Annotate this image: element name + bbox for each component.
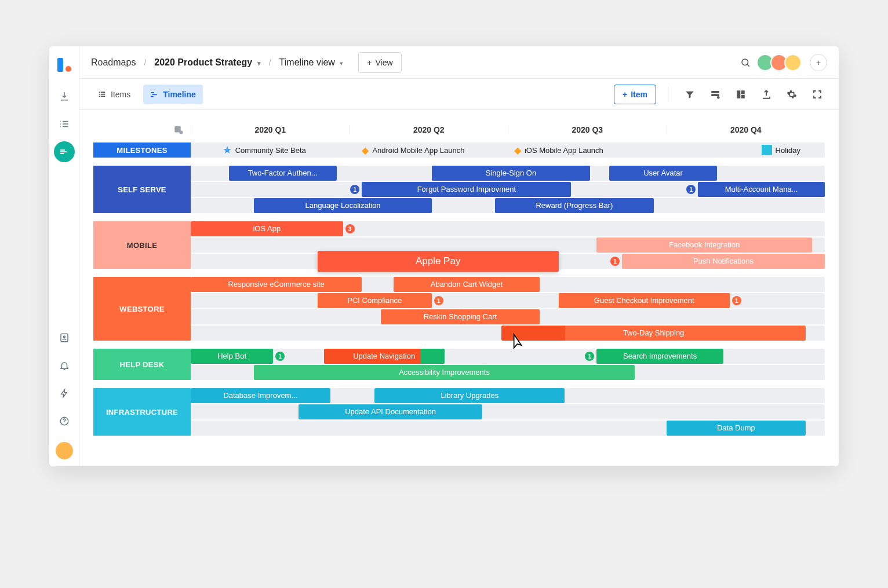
list-icon	[98, 90, 106, 98]
timeline-bar[interactable]: Responsive eCommerce site	[191, 277, 362, 292]
bolt-icon[interactable]	[54, 383, 75, 404]
timeline-bar[interactable]: Abandon Cart Widget	[394, 277, 540, 292]
timeline-bar[interactable]: Apple Pay	[318, 251, 559, 272]
list-icon[interactable]	[54, 114, 75, 134]
timeline-bar[interactable]: Facebook Integration	[596, 238, 812, 253]
timeline-bar[interactable]: PCI Compliance	[318, 293, 432, 308]
milestone-text: iOS Mobile App Launch	[525, 146, 603, 155]
svg-rect-14	[711, 94, 719, 96]
breadcrumb-workspace[interactable]: Roadmaps	[91, 57, 136, 68]
milestone-item[interactable]: ◆iOS Mobile App Launch	[514, 145, 603, 156]
track-row: Data Dump	[191, 421, 825, 436]
track-row: Forgot Password Improvment1Multi-Account…	[191, 182, 825, 197]
gear-icon[interactable]	[782, 85, 802, 104]
timeline-bar[interactable]: Reskin Shopping Cart	[381, 309, 540, 324]
export-icon[interactable]	[756, 85, 776, 104]
lane-selfserve: SELF SERVETwo-Factor Authen...Single-Sig…	[93, 166, 825, 213]
lane-tracks: Two-Factor Authen...Single-Sign OnUser A…	[191, 166, 825, 213]
divider	[668, 87, 668, 102]
svg-rect-4	[99, 92, 100, 93]
timeline-bar[interactable]: Two-Factor Authen...	[229, 166, 337, 181]
box-icon	[762, 145, 772, 155]
lane-help: HELP DESKHelp Bot1Update NavigationSearc…	[93, 349, 825, 380]
timeline-view: 2020 Q1 2020 Q2 2020 Q3 2020 Q4 MILESTON…	[79, 110, 839, 466]
chevron-down-icon: ▾	[257, 60, 261, 67]
svg-rect-16	[737, 90, 740, 98]
import-icon[interactable]	[54, 86, 75, 107]
track-row: Database Improvem...Library Upgrades	[191, 388, 825, 403]
track-row: Update API Documentation	[191, 404, 825, 419]
svg-rect-5	[101, 92, 105, 93]
milestone-item[interactable]: Holiday	[762, 145, 800, 155]
app-logo[interactable]	[57, 58, 71, 72]
timeline-bar[interactable]: Data Dump	[667, 421, 806, 436]
timeline-bar[interactable]: Accessibility Improvements	[254, 365, 634, 380]
timeline-bar[interactable]: Guest Checkout Improvement	[559, 293, 730, 308]
timeline-bar[interactable]: Language Localization	[254, 198, 431, 213]
chevron-down-icon: ▾	[340, 60, 343, 67]
milestone-item[interactable]: ◆Android Mobile App Launch	[362, 145, 464, 156]
timeline-bar[interactable]: Update API Documentation	[299, 404, 482, 419]
svg-rect-7	[101, 93, 105, 94]
timeline-bar[interactable]: Forgot Password Improvment	[362, 182, 571, 197]
track-row: Two-Factor Authen...Single-Sign OnUser A…	[191, 166, 825, 181]
tab-timeline[interactable]: Timeline	[143, 85, 203, 104]
add-collaborator-button[interactable]: +	[810, 54, 827, 71]
timeline-bar[interactable]: Database Improvem...	[191, 388, 330, 403]
lane-label-infra: INFRASTRUCTURE	[93, 388, 191, 436]
timeline-bar[interactable]: iOS App	[191, 221, 343, 236]
diamond-icon: ◆	[362, 145, 369, 156]
lane-label-milestones: MILESTONES	[93, 143, 191, 158]
lane-label-web: WEBSTORE	[93, 277, 191, 341]
avatar[interactable]	[784, 54, 802, 71]
plus-icon: +	[623, 90, 627, 99]
timeline-bar[interactable]: User Avatar	[609, 166, 717, 181]
breadcrumb-view[interactable]: Timeline view ▾	[279, 57, 344, 68]
axis-settings-icon[interactable]	[93, 125, 191, 135]
timeline-bar[interactable]: Two-Day Shipping	[501, 326, 806, 341]
tab-items[interactable]: Items	[91, 85, 137, 104]
svg-rect-17	[741, 90, 745, 94]
add-view-button[interactable]: + View	[358, 52, 401, 73]
svg-rect-13	[711, 91, 719, 93]
timeline-bar[interactable]: Search Improvements	[596, 349, 723, 364]
layout-icon[interactable]	[731, 85, 751, 104]
timeline-bar[interactable]: Push Notifications	[622, 254, 825, 269]
track-row: iOS App3	[191, 221, 825, 236]
axis-q3: 2020 Q3	[508, 125, 667, 134]
timeline-icon	[150, 90, 158, 98]
svg-rect-18	[741, 94, 745, 98]
milestone-item[interactable]: ★Community Site Beta	[223, 144, 306, 156]
notifications-icon[interactable]	[54, 355, 75, 376]
timeline-bar[interactable]: Update Navigation	[324, 349, 445, 364]
breadcrumb-project[interactable]: 2020 Product Strategy ▾	[154, 57, 260, 68]
timeline-axis: 2020 Q1 2020 Q2 2020 Q3 2020 Q4	[93, 117, 825, 143]
count-badge: 3	[345, 224, 355, 233]
axis-q2: 2020 Q2	[350, 125, 508, 134]
search-icon[interactable]	[736, 53, 755, 72]
timeline-bar[interactable]: Library Upgrades	[374, 388, 565, 403]
track-row: Accessibility Improvements	[191, 365, 825, 380]
main-panel: Roadmaps / 2020 Product Strategy ▾ / Tim…	[79, 46, 839, 466]
fullscreen-icon[interactable]	[807, 85, 827, 104]
roadmap-icon[interactable]	[54, 141, 75, 162]
breadcrumb-view-label: Timeline view	[279, 57, 335, 67]
help-icon[interactable]	[54, 411, 75, 432]
filter-icon[interactable]	[680, 85, 700, 104]
timeline-bar[interactable]: Single-Sign On	[432, 166, 591, 181]
svg-point-20	[180, 131, 183, 134]
group-icon[interactable]	[705, 85, 725, 104]
timeline-bar[interactable]: Multi-Account Mana...	[698, 182, 825, 197]
user-avatar[interactable]	[56, 442, 73, 459]
timeline-bar[interactable]: Reward (Progress Bar)	[495, 198, 654, 213]
lane-milestones: MILESTONES ★Community Site Beta◆Android …	[93, 143, 825, 158]
timeline-bar[interactable]: Help Bot	[191, 349, 273, 364]
track-row: PCI Compliance1Guest Checkout Improvemen…	[191, 293, 825, 308]
lane-tracks: Database Improvem...Library UpgradesUpda…	[191, 388, 825, 436]
add-item-button[interactable]: + Item	[614, 85, 656, 104]
breadcrumb-sep: /	[269, 58, 271, 67]
svg-point-15	[717, 96, 720, 99]
track-row: Help Bot1Update NavigationSearch Improve…	[191, 349, 825, 364]
svg-point-3	[742, 59, 748, 65]
contacts-icon[interactable]	[54, 327, 75, 348]
